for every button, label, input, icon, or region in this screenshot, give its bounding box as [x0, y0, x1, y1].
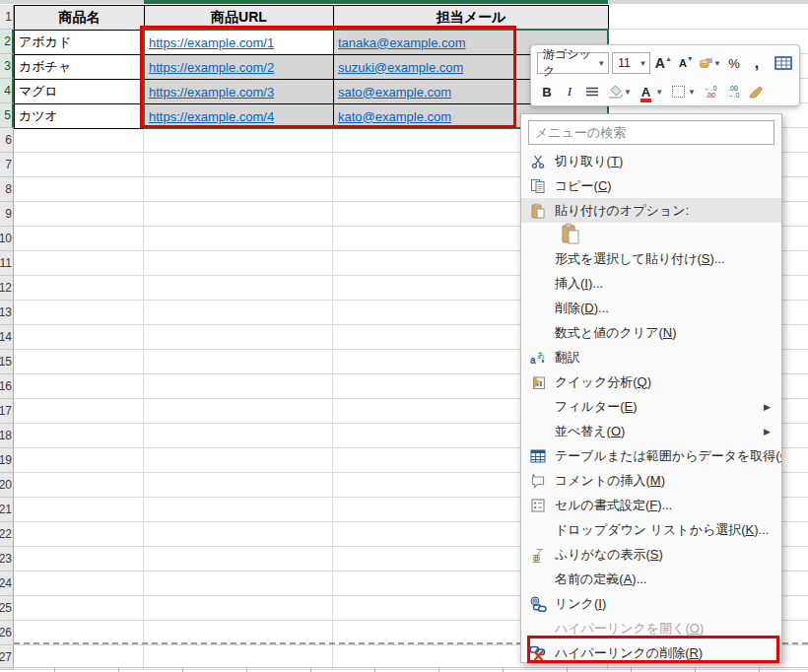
- chevron-down-icon: ▼: [624, 88, 632, 97]
- cell-product-url-active[interactable]: https://example.com/1: [145, 31, 334, 55]
- sort-label: 並べ替え(O): [555, 423, 764, 440]
- hyperlink[interactable]: https://example.com/3: [149, 85, 274, 100]
- column-header-strip: [0, 0, 808, 4]
- hyperlink[interactable]: tanaka@example.com: [338, 35, 466, 50]
- bold-button[interactable]: B: [537, 81, 557, 102]
- cut-menu-item[interactable]: 切り取り(T): [521, 149, 781, 173]
- row-header-26[interactable]: 26: [0, 621, 14, 645]
- row-header-19[interactable]: 19: [0, 448, 14, 473]
- get-data-from-table-menu-item[interactable]: テーブルまたは範囲からデータを取得(G)...: [521, 443, 781, 468]
- row-header-3[interactable]: 3: [0, 54, 14, 79]
- row-header-16[interactable]: 16: [0, 374, 14, 399]
- row-header-17[interactable]: 17: [0, 399, 14, 424]
- cell-product-url[interactable]: https://example.com/4: [145, 104, 334, 129]
- chevron-down-icon: ▼: [713, 59, 721, 68]
- pick-from-dropdown-list-menu-item[interactable]: ドロップダウン リストから選択(K)...: [521, 517, 781, 542]
- paste-special-menu-item[interactable]: 形式を選択して貼り付け(S)...: [521, 246, 781, 271]
- quick-analysis-menu-item[interactable]: クイック分析(Q): [521, 370, 781, 394]
- translate-label: 翻訳: [555, 349, 781, 367]
- italic-button[interactable]: I: [560, 81, 579, 102]
- borders-button[interactable]: ▼: [670, 81, 698, 102]
- excel-worksheet: 1234567891011121314151617181920212223242…: [0, 0, 808, 672]
- define-name-menu-item[interactable]: 名前の定義(A)...: [521, 567, 781, 591]
- grow-font-label: A: [655, 55, 665, 71]
- clear-contents-menu-item[interactable]: 数式と値のクリア(N): [521, 320, 781, 345]
- clipboard-large-icon[interactable]: [561, 223, 580, 247]
- hyperlink[interactable]: suzuki@example.com: [338, 60, 463, 75]
- row-header-1[interactable]: 1: [0, 5, 14, 30]
- menu-search-input[interactable]: [528, 120, 774, 145]
- header-product-name[interactable]: 商品名: [15, 6, 145, 31]
- chevron-down-icon: ▼: [639, 59, 646, 68]
- header-product-url[interactable]: 商品URL: [145, 6, 334, 31]
- remove-hyperlink-menu-item[interactable]: ハイパーリンクの削除(R): [521, 640, 781, 665]
- row-header-column[interactable]: 1234567891011121314151617181920212223242…: [0, 5, 14, 670]
- row-header-24[interactable]: 24: [0, 571, 14, 596]
- row-header-10[interactable]: 10: [0, 227, 14, 251]
- font-color-label: A: [641, 85, 650, 100]
- comma-style-button[interactable]: ,: [747, 52, 767, 74]
- header-contact-email[interactable]: 担当メール: [334, 6, 609, 31]
- cell-product-url[interactable]: https://example.com/2: [145, 55, 334, 80]
- row-header-15[interactable]: 15: [0, 350, 14, 374]
- shrink-font-button[interactable]: A▼: [676, 52, 696, 74]
- delete-label: 削除(D)...: [555, 300, 781, 317]
- copy-menu-item[interactable]: コピー(C): [521, 173, 781, 198]
- hyperlink[interactable]: https://example.com/4: [149, 109, 274, 124]
- link-menu-item[interactable]: リンク(I): [521, 591, 781, 616]
- translate-menu-item[interactable]: あa翻訳: [521, 345, 781, 370]
- row-header-23[interactable]: 23: [0, 547, 14, 571]
- row-header-11[interactable]: 11: [0, 251, 14, 276]
- format-cells-menu-item[interactable]: セルの書式設定(F)...: [521, 493, 781, 517]
- row-header-6[interactable]: 6: [0, 128, 14, 153]
- increase-decimal-button[interactable]: ←.0.00: [701, 81, 720, 102]
- context-menu-items: 切り取り(T)コピー(C)貼り付けのオプション:形式を選択して貼り付け(S)..…: [521, 149, 781, 665]
- sort-menu-item[interactable]: 並べ替え(O)▶: [521, 419, 781, 443]
- show-phonetic-menu-item[interactable]: ア亜ふりがなの表示(S): [521, 542, 781, 567]
- font-name-value: 游ゴシック: [543, 46, 597, 80]
- percent-style-button[interactable]: %: [724, 52, 744, 74]
- row-header-4[interactable]: 4: [0, 79, 14, 103]
- row-header-9[interactable]: 9: [0, 202, 14, 227]
- insert-menu-item[interactable]: 挿入(I)...: [521, 271, 781, 296]
- format-painter-button[interactable]: [746, 81, 766, 102]
- row-header-20[interactable]: 20: [0, 473, 14, 498]
- format-table-button[interactable]: [774, 52, 793, 74]
- row-header-25[interactable]: 25: [0, 596, 14, 621]
- row-header-22[interactable]: 22: [0, 522, 14, 547]
- paste-keep-source-formatting-menu-item[interactable]: [521, 223, 781, 246]
- row-header-7[interactable]: 7: [0, 153, 14, 177]
- row-header-2[interactable]: 2: [0, 30, 14, 54]
- cell-product-name[interactable]: アボカド: [15, 31, 145, 55]
- lines-button[interactable]: [582, 81, 602, 102]
- paste-options-menu-item[interactable]: 貼り付けのオプション:: [521, 198, 781, 223]
- row-header-14[interactable]: 14: [0, 325, 14, 350]
- row-header-12[interactable]: 12: [0, 276, 14, 301]
- font-name-select[interactable]: 游ゴシック ▼: [537, 52, 609, 74]
- delete-menu-item[interactable]: 削除(D)...: [521, 296, 781, 320]
- insert-comment-menu-item[interactable]: コメントの挿入(M): [521, 468, 781, 493]
- row-header-18[interactable]: 18: [0, 424, 14, 448]
- cell-product-name[interactable]: カツオ: [15, 104, 145, 129]
- cell-product-name[interactable]: マグロ: [15, 80, 145, 104]
- row-header-13[interactable]: 13: [0, 301, 14, 325]
- font-color-button[interactable]: A ▼: [638, 81, 667, 102]
- currency-format-button[interactable]: ▼: [699, 52, 721, 74]
- row-header-5[interactable]: 5: [0, 103, 14, 128]
- hyperlink[interactable]: sato@example.com: [338, 85, 451, 100]
- grow-font-button[interactable]: A▲: [653, 52, 673, 74]
- svg-text:あ: あ: [537, 351, 545, 360]
- row-header-8[interactable]: 8: [0, 177, 14, 202]
- open-hyperlink-menu-item[interactable]: ハイパーリンクを開く(O): [521, 616, 781, 640]
- row-header-21[interactable]: 21: [0, 498, 14, 522]
- font-size-select[interactable]: 11 ▼: [612, 52, 650, 74]
- cell-product-url[interactable]: https://example.com/3: [145, 80, 334, 104]
- hyperlink[interactable]: kato@example.com: [338, 109, 451, 124]
- hyperlink[interactable]: https://example.com/1: [149, 35, 274, 50]
- filter-menu-item[interactable]: フィルター(E)▶: [521, 394, 781, 419]
- chevron-down-icon: ▼: [688, 88, 696, 97]
- cell-product-name[interactable]: カボチャ: [15, 55, 145, 80]
- decrease-decimal-button[interactable]: .00→.0: [723, 81, 743, 102]
- fill-color-button[interactable]: ▼: [605, 81, 635, 102]
- hyperlink[interactable]: https://example.com/2: [149, 60, 274, 75]
